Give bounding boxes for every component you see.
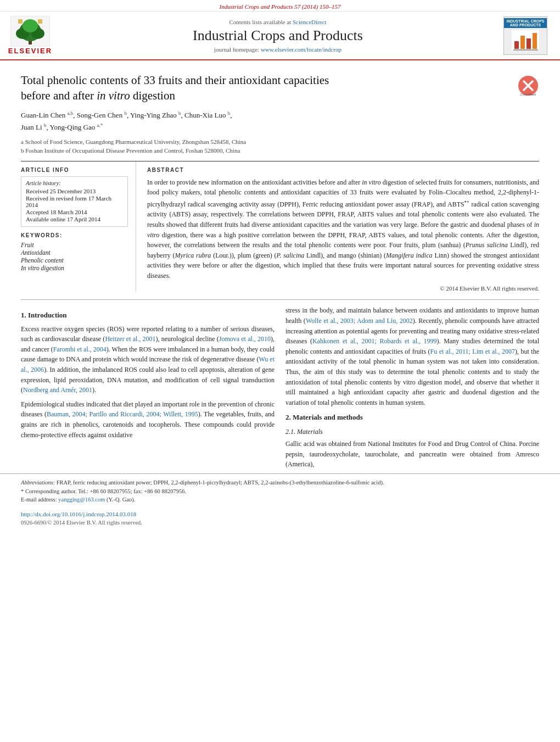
- ref-bauman[interactable]: Bauman, 2004; Parillo and Riccardi, 2004…: [47, 410, 198, 418]
- section-2-header: 2. Materials and methods: [285, 412, 539, 423]
- email-line: E-mail address: yangging@163.com (Y.-Q. …: [21, 495, 539, 504]
- journal-title: Industrial Crops and Products: [193, 27, 363, 44]
- received-revised-date: Received in revised form 17 March 2014: [26, 195, 123, 208]
- article-info-box: Article history: Received 25 December 20…: [21, 176, 128, 227]
- section-2-num: 2.: [285, 413, 291, 421]
- svg-rect-6: [18, 19, 23, 24]
- available-date: Available online 17 April 2014: [26, 216, 123, 222]
- svg-point-5: [23, 19, 38, 32]
- main-right-col: stress in the body, and maintain balance…: [285, 305, 539, 473]
- elsevier-tree-icon: [10, 16, 50, 47]
- footnote-section: Abbreviations: FRAP, ferric reducing ant…: [0, 473, 560, 507]
- sciencedirect-anchor[interactable]: ScienceDirect: [293, 19, 327, 25]
- intro-para1: Excess reactive oxygen species (ROS) wer…: [21, 324, 275, 395]
- received-date: Received 25 December 2013: [26, 188, 123, 194]
- affil1: a School of Food Science, Guangdong Phar…: [21, 137, 539, 147]
- journal-homepage: journal homepage: www.elsevier.com/locat…: [214, 46, 341, 53]
- article-info-col: ARTICLE INFO Article history: Received 2…: [21, 161, 136, 292]
- journal-logo-right: INDUSTRIAL CROPSAND PRODUCTS: [501, 16, 550, 55]
- journal-top-bar: Industrial Crops and Products 57 (2014) …: [0, 0, 560, 12]
- authors-line1: Guan-Lin Chen a,b, Song-Gen Chen b, Ying…: [21, 111, 232, 119]
- sciencedirect-text: Contents lists available at: [229, 19, 292, 25]
- page: Industrial Crops and Products 57 (2014) …: [0, 0, 560, 742]
- title-italic: in vitro: [97, 89, 130, 102]
- section-divider: [21, 299, 539, 300]
- journal-top-citation: Industrial Crops and Products 57 (2014) …: [219, 3, 340, 10]
- abstract-text: In order to provide new information on t…: [147, 177, 539, 281]
- keywords-section: Keywords: Fruit Antioxidant Phenolic con…: [21, 232, 128, 271]
- article-info-abstract: ARTICLE INFO Article history: Received 2…: [21, 161, 539, 292]
- ref-heitzer[interactable]: Heitzer et al., 2001: [105, 335, 155, 343]
- homepage-text: journal homepage:: [214, 46, 261, 53]
- abbreviations: Abbreviations: FRAP, ferric reducing ant…: [21, 478, 539, 487]
- svg-rect-7: [38, 19, 42, 24]
- ref-fu[interactable]: Fu et al., 2011; Lim et al., 2007: [430, 348, 516, 355]
- svg-rect-11: [527, 38, 531, 49]
- abstract-col: ABSTRACT In order to provide new informa…: [147, 161, 539, 292]
- accepted-date: Accepted 18 March 2014: [26, 209, 123, 215]
- keyword-invitro: In vitro digestion: [21, 265, 128, 271]
- section-2-1-title: Materials: [297, 428, 323, 436]
- abstract-header: ABSTRACT: [147, 167, 539, 173]
- copyright-line: © 2014 Elsevier B.V. All rights reserved…: [147, 285, 539, 292]
- ref-kahkonen[interactable]: Kahkonen et al., 2001; Robards et al., 1…: [312, 337, 437, 345]
- corresponding-text: * Corresponding author. Tel.: +86 60 882…: [21, 488, 186, 494]
- section-1-title: Introduction: [28, 311, 67, 319]
- title-part3: digestion: [130, 89, 175, 102]
- homepage-link[interactable]: www.elsevier.com/locate/indcrop: [261, 46, 341, 53]
- section-2-1-num: 2.1.: [285, 428, 295, 436]
- crossmark-logo: CrossMark: [517, 75, 539, 97]
- abbrev-text: FRAP, ferric reducing antioxidant power;…: [55, 479, 384, 486]
- ref-farombi[interactable]: Farombi et al., 2004: [53, 345, 107, 353]
- main-content: 1. Introduction Excess reactive oxygen s…: [0, 305, 560, 473]
- materials-para1: Gallic acid was obtained from National I…: [285, 439, 539, 470]
- journal-logo-box: INDUSTRIAL CROPSAND PRODUCTS: [503, 16, 547, 55]
- affiliations: a School of Food Science, Guangdong Phar…: [21, 137, 539, 155]
- article-title-section: Total phenolic contents of 33 fruits and…: [21, 72, 539, 104]
- section-2-1-header: 2.1. Materials: [285, 427, 539, 437]
- keyword-phenolic: Phenolic content: [21, 257, 128, 264]
- svg-rect-10: [520, 36, 525, 49]
- intro-para2: Epidemiological studies indicated that d…: [21, 399, 275, 440]
- crossmark-icon: CrossMark: [517, 75, 539, 97]
- section-2-title: Materials and methods: [293, 413, 363, 421]
- authors: Guan-Lin Chen a,b, Song-Gen Chen b, Ying…: [21, 109, 539, 134]
- title-part1: Total phenolic contents of 33 fruits and…: [21, 74, 329, 87]
- abbrev-label: Abbreviations:: [21, 479, 55, 486]
- issn-line: 0926-6690/© 2014 Elsevier B.V. All right…: [0, 520, 560, 530]
- keyword-fruit: Fruit: [21, 242, 128, 248]
- affil2: b Foshan Institute of Occupational Disea…: [21, 146, 539, 155]
- ref-jomova[interactable]: Jomova et al., 2010: [219, 335, 271, 343]
- title-part2: before and after: [21, 89, 97, 102]
- header-center: Contents lists available at ScienceDirec…: [60, 16, 495, 55]
- logo-bar-top: INDUSTRIAL CROPSAND PRODUCTS: [504, 18, 547, 28]
- doi-section: http://dx.doi.org/10.1016/j.indcrop.2014…: [0, 507, 560, 520]
- header-area: ELSEVIER Contents lists available at Sci…: [0, 12, 560, 60]
- article-title: Total phenolic contents of 33 fruits and…: [21, 72, 509, 104]
- ref-wolfe[interactable]: Wolfe et al., 2003; Adom and Liu, 2002: [306, 317, 413, 325]
- ref-wu[interactable]: Wu et al., 2006: [21, 355, 275, 373]
- article-body: Total phenolic contents of 33 fruits and…: [0, 60, 560, 292]
- keywords-header: Keywords:: [21, 232, 128, 238]
- main-left-col: 1. Introduction Excess reactive oxygen s…: [21, 305, 275, 473]
- journal-logo-chart-icon: [512, 30, 539, 51]
- authors-line2: Juan Li b, Yong-Qing Gao a,*: [21, 123, 103, 131]
- svg-rect-12: [533, 33, 537, 49]
- article-info-header: ARTICLE INFO: [21, 167, 128, 173]
- elsevier-logo: ELSEVIER: [5, 16, 55, 55]
- sciencedirect-link: Contents lists available at ScienceDirec…: [229, 19, 326, 25]
- email-link[interactable]: yangging@163.com: [58, 496, 105, 503]
- keyword-antioxidant: Antioxidant: [21, 249, 128, 256]
- right-para1: stress in the body, and maintain balance…: [285, 305, 539, 408]
- svg-rect-9: [514, 41, 519, 49]
- section-1-num: 1.: [21, 311, 26, 319]
- svg-text:CrossMark: CrossMark: [520, 93, 536, 96]
- article-history-title: Article history:: [26, 180, 123, 186]
- logo-inner: [509, 28, 541, 53]
- email-label: E-mail address:: [21, 496, 58, 503]
- corresponding-author: * Corresponding author. Tel.: +86 60 882…: [21, 487, 539, 496]
- elsevier-label: ELSEVIER: [8, 47, 52, 55]
- section-1-header: 1. Introduction: [21, 310, 275, 321]
- doi-link[interactable]: http://dx.doi.org/10.1016/j.indcrop.2014…: [21, 511, 136, 517]
- ref-nordberg[interactable]: Nordberg and Arnér, 2001: [23, 386, 92, 394]
